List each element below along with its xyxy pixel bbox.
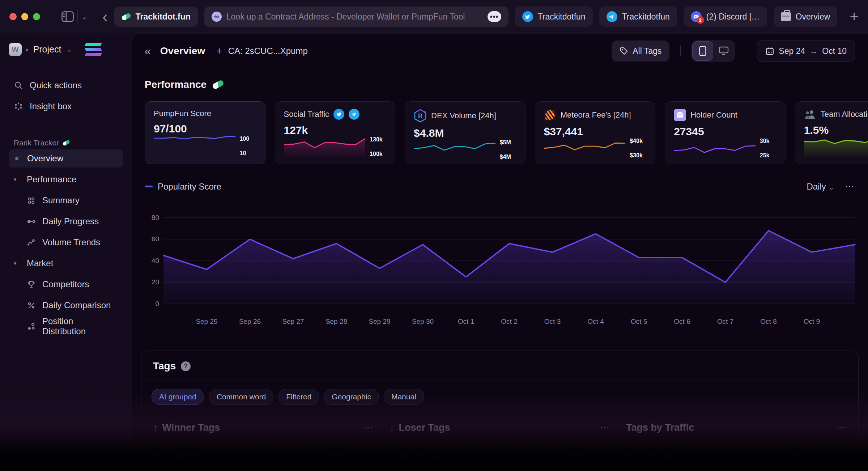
- x-axis-tick: Oct 4: [587, 318, 604, 326]
- tab-twitter[interactable]: Trackitdotfun: [515, 7, 593, 27]
- y-axis-tick: 40: [145, 257, 159, 265]
- tab-telegram[interactable]: Trackitdotfun: [599, 7, 677, 27]
- sidebar-item-competitors[interactable]: Competitors: [9, 275, 123, 293]
- help-icon[interactable]: ?: [181, 361, 191, 371]
- range-dropdown[interactable]: Daily⌄: [807, 182, 834, 192]
- card-social-traffic[interactable]: Social Traffic 127k 130k100k: [275, 101, 396, 164]
- discord-badge: 2: [697, 16, 704, 24]
- sidebar-item-label: Performance: [27, 174, 76, 184]
- address-bar[interactable]: Look up a Contract Address - Developer W…: [204, 7, 509, 27]
- collapse-sidebar-icon[interactable]: «: [145, 45, 151, 57]
- date-range-button[interactable]: Sep 24 → Oct 10: [757, 41, 855, 61]
- x-axis-tick: Sep 30: [412, 318, 434, 326]
- x-axis-tick: Sep 26: [239, 318, 261, 326]
- zoom-window-button[interactable]: [33, 13, 40, 20]
- sidebar-item-position-distribution[interactable]: Position Distribution: [9, 317, 123, 335]
- phantom-icon: [674, 109, 686, 121]
- trophy-icon: [27, 280, 36, 289]
- monitor-icon: [719, 46, 729, 56]
- y-axis-tick: 0: [145, 300, 159, 308]
- caret-down-icon: ▾: [14, 260, 20, 267]
- back-button[interactable]: ‹: [102, 8, 108, 26]
- sidebar-item-label: Insight box: [30, 101, 72, 111]
- mobile-view-button[interactable]: [692, 41, 713, 61]
- spark-bottom-label: 100k: [370, 151, 386, 157]
- tab-group-chevron-icon[interactable]: ⌄: [81, 13, 87, 21]
- popularity-chart: 020406080Sep 25Sep 26Sep 27Sep 28Sep 29S…: [145, 197, 855, 332]
- browser-top-bar: ⌄ ‹ Trackitdot.fun Look up a Contract Ad…: [0, 0, 868, 33]
- winner-tags-column: ↑ Winner Tags ⋯ AI grouped tagsVisibilit…: [153, 422, 374, 459]
- contract-address[interactable]: CA: 2sCUC...Xpump: [228, 46, 308, 56]
- card-meteora-fees[interactable]: Meteora Fee's [24h] $37,441 $40k$30k: [535, 101, 656, 164]
- card-title: Holder Count: [690, 110, 737, 120]
- x-axis-tick: Oct 7: [717, 318, 733, 326]
- phone-icon: [699, 46, 706, 56]
- sidebar-item-daily-progress[interactable]: Daily Progress: [9, 212, 123, 230]
- tags-title: Tags: [153, 360, 176, 372]
- column-menu-button[interactable]: ⋯: [600, 422, 610, 433]
- column-header: Visibility: [327, 451, 353, 459]
- sparkline: [414, 139, 495, 160]
- pill-ai-grouped[interactable]: AI grouped: [152, 389, 204, 405]
- divider: [77, 10, 78, 24]
- tab-label: Trackitdot.fun: [136, 12, 191, 22]
- column-menu-button[interactable]: ⋯: [837, 422, 847, 433]
- sidebar-item-summary[interactable]: Summary: [9, 191, 123, 209]
- sidebar-item-quick-actions[interactable]: Quick actions: [9, 76, 123, 94]
- column-title: Loser Tags: [399, 422, 450, 433]
- card-dex-volume[interactable]: R DEX Volume [24h] $4.8M $5M$4M: [405, 101, 526, 164]
- arrow-right-icon: →: [809, 46, 818, 56]
- telegram-icon: [607, 11, 617, 22]
- tab-label: Trackitdotfun: [538, 12, 586, 22]
- column-title: Tags by Traffic: [626, 422, 694, 433]
- x-axis-tick: Oct 5: [631, 318, 647, 326]
- sparkline: [284, 136, 366, 157]
- tab-discord[interactable]: 2 (2) Discord |…: [684, 7, 767, 27]
- twitter-icon: [333, 109, 344, 120]
- daily-progress-icon: [27, 217, 36, 226]
- performance-section-title: Performance: [145, 79, 855, 90]
- tab-overview[interactable]: Overview: [774, 7, 838, 27]
- pill-manual[interactable]: Manual: [384, 389, 424, 405]
- new-tab-button[interactable]: +: [850, 9, 859, 24]
- tags-panel: Tags ? AI grouped Common word Filtered G…: [141, 351, 859, 466]
- desktop-view-button[interactable]: [713, 41, 734, 61]
- all-tags-button[interactable]: All Tags: [612, 41, 669, 61]
- card-holder-count[interactable]: Holder Count 27345 30k25k: [665, 101, 786, 164]
- sparkline: [544, 138, 626, 159]
- workspace-switcher[interactable]: W ▸ Project ⌄: [9, 43, 123, 56]
- column-menu-button[interactable]: ⋯: [363, 422, 374, 433]
- sidebar-toggle-icon[interactable]: [61, 11, 74, 22]
- y-axis-tick: 80: [145, 214, 159, 222]
- sidebar-item-label: Summary: [42, 195, 80, 205]
- column-header: AI grouped tags: [626, 451, 677, 459]
- add-contract-icon[interactable]: +: [216, 45, 222, 57]
- divider: [680, 46, 681, 56]
- bullet-icon: [15, 157, 18, 160]
- sort-asc-icon: ↑: [153, 422, 158, 433]
- spark-top-label: 130k: [370, 136, 386, 143]
- pill-common-word[interactable]: Common word: [209, 389, 274, 405]
- section-label: Rank Tracker: [14, 139, 59, 147]
- sidebar-item-daily-comparison[interactable]: Daily Comparison: [9, 296, 123, 314]
- minimize-window-button[interactable]: [21, 13, 29, 20]
- pill-filtered[interactable]: Filtered: [278, 389, 319, 405]
- sidebar-group-market[interactable]: ▾ Market: [9, 254, 123, 272]
- card-team-allocation[interactable]: Team Allocation 1.5% 2%1%: [795, 101, 868, 164]
- chevron-down-icon: ⌄: [829, 184, 834, 191]
- pill-geographic[interactable]: Geographic: [324, 389, 379, 405]
- card-pumpfun-score[interactable]: PumpFun Score 97/100 10010: [145, 101, 265, 164]
- sidebar-group-performance[interactable]: ▾ Performance: [9, 170, 123, 188]
- close-window-button[interactable]: [9, 13, 17, 20]
- sidebar-item-overview[interactable]: Overview: [9, 149, 123, 167]
- sidebar-item-insight-box[interactable]: Insight box: [9, 97, 123, 115]
- chart-menu-button[interactable]: ⋯: [845, 181, 855, 192]
- sidebar-item-volume-trends[interactable]: Volume Trends: [9, 233, 123, 251]
- sidebar-item-label: Quick actions: [30, 80, 82, 90]
- tab-trackitdot[interactable]: Trackitdot.fun: [114, 7, 198, 27]
- address-more-icon[interactable]: •••: [488, 11, 501, 22]
- all-tags-label: All Tags: [633, 46, 661, 56]
- tags-by-traffic-column: Tags by Traffic ⋯ AI grouped tagsTraffic…: [626, 422, 847, 459]
- card-value: $4.8M: [414, 127, 516, 139]
- sidebar-item-label: Daily Progress: [42, 216, 99, 226]
